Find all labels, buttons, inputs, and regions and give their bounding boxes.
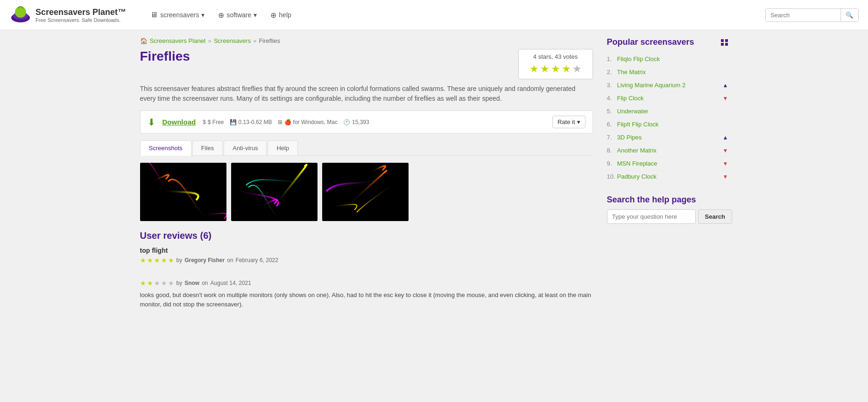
popular-link-5[interactable]: Underwater [617, 108, 728, 115]
popular-item-9: 9. MSN Fireplace ▼ [607, 157, 728, 170]
popular-link-4[interactable]: Flip Clock [617, 95, 720, 102]
tab-antivirus[interactable]: Anti-virus [224, 140, 267, 155]
popular-link-1[interactable]: Fliqlo Flip Clock [617, 55, 728, 62]
disk-icon: 💾 [230, 119, 237, 125]
trend-down-icon-10: ▼ [723, 173, 728, 180]
logo-title: Screensavers Planet™ [35, 7, 126, 17]
popular-num-6: 6. [607, 121, 617, 128]
header-search-input[interactable] [766, 9, 840, 21]
review-2-on: on [202, 280, 208, 286]
review-2-text: looks good, but doesn't work on multiple… [140, 291, 593, 309]
r1s3: ★ [154, 256, 160, 264]
popular-item-7: 7. 3D Pipes ▲ [607, 131, 728, 144]
download-arrow-icon: ⬇ [148, 117, 155, 128]
price-item: $ $ Free [203, 119, 224, 125]
review-1-meta: ★ ★ ★ ★ ★ by Gregory Fisher on February … [140, 256, 593, 264]
nav-software[interactable]: ⊕ software ▾ [212, 8, 262, 22]
popular-item-10: 10. Padbury Clock ▼ [607, 170, 728, 183]
grid-cell-2 [725, 39, 728, 42]
popular-item-3: 3. Living Marine Aquarium 2 ▲ [607, 79, 728, 92]
logo-subtitle: Free Screensavers. Safe Downloads. [35, 17, 126, 23]
tab-screenshots[interactable]: Screenshots [140, 140, 191, 156]
screenshot-2[interactable] [231, 163, 318, 221]
r1s2: ★ [147, 256, 153, 264]
review-2-by: by [176, 280, 183, 286]
rate-chevron-icon: ▾ [577, 118, 580, 125]
sidebar-popular-title: Popular screensavers [607, 37, 728, 47]
breadcrumb-screensavers[interactable]: Screensavers [214, 37, 251, 44]
help-search-input[interactable] [607, 209, 696, 224]
popular-item-6: 6. FlipIt Flip Clock [607, 118, 728, 131]
popular-num-3: 3. [607, 82, 617, 89]
tab-files[interactable]: Files [192, 140, 223, 155]
breadcrumb: 🏠 Screensavers Planet » Screensavers » F… [140, 37, 593, 44]
review-2-author: Snow [184, 280, 199, 286]
tab-help[interactable]: Help [268, 140, 298, 155]
header: Screensavers Planet™ Free Screensavers. … [0, 0, 868, 30]
popular-link-7[interactable]: 3D Pipes [617, 134, 720, 141]
review-2-meta: ★ ★ ★ ★ ★ by Snow on August 14, 2021 [140, 279, 593, 287]
help-search-button[interactable]: Search [698, 209, 732, 224]
trend-down-icon-8: ▼ [723, 147, 728, 154]
popular-item-2: 2. The Matrix [607, 66, 728, 79]
breadcrumb-sep2: » [253, 37, 256, 44]
chevron-down-icon2: ▾ [254, 11, 257, 19]
monitor-icon: 🖥 [150, 11, 158, 19]
popular-link-8[interactable]: Another Matrix [617, 147, 720, 154]
trend-down-icon-4: ▼ [723, 95, 728, 102]
header-search-button[interactable]: 🔍 [840, 9, 858, 21]
reviews-title: User reviews (6) [140, 230, 593, 241]
review-1-title: top flight [140, 247, 593, 254]
popular-section: Popular screensavers 1. Fliqlo Flip Cloc… [607, 37, 728, 183]
trend-up-icon-7: ▲ [723, 134, 728, 141]
popular-link-2[interactable]: The Matrix [617, 69, 728, 76]
logo[interactable]: Screensavers Planet™ Free Screensavers. … [9, 4, 126, 26]
r1s5: ★ [168, 256, 174, 264]
screenshot-3[interactable] [322, 163, 409, 221]
grid-cell-4 [725, 43, 728, 46]
help-search-section: Search the help pages Search [607, 195, 728, 224]
main-nav: 🖥 screensavers ▾ ⊕ software ▾ ⊕ help [145, 8, 756, 22]
rate-button[interactable]: Rate it ▾ [552, 116, 586, 128]
screenshot-1[interactable] [140, 163, 226, 221]
nav-screensavers[interactable]: 🖥 screensavers ▾ [145, 8, 210, 22]
popular-num-10: 10. [607, 173, 617, 180]
review-1-on: on [227, 257, 233, 263]
popular-num-2: 2. [607, 69, 617, 76]
apple-icon: 🍎 [284, 119, 291, 125]
meta-items: $ $ Free 💾 0.13-0.62 MB ⊞ 🍎 for Windows,… [203, 119, 545, 125]
review-1-by: by [176, 257, 183, 263]
screenshots-grid [140, 163, 593, 221]
clock-icon: 🕐 [343, 119, 350, 125]
popular-link-3[interactable]: Living Marine Aquarium 2 [617, 82, 720, 89]
size-label: 0.13-0.62 MB [239, 119, 272, 125]
popular-link-9[interactable]: MSN Fireplace [617, 160, 720, 167]
popular-item-1: 1. Fliqlo Flip Clock [607, 53, 728, 66]
tabs: Screenshots Files Anti-virus Help [140, 140, 593, 156]
r1s4: ★ [161, 256, 167, 264]
nav-help[interactable]: ⊕ help [265, 8, 296, 22]
chevron-down-icon: ▾ [201, 11, 205, 19]
sidebar: Popular screensavers 1. Fliqlo Flip Cloc… [607, 37, 728, 320]
popular-num-1: 1. [607, 55, 617, 62]
popular-link-10[interactable]: Padbury Clock [617, 173, 720, 180]
star-5: ★ [572, 63, 582, 75]
logo-text: Screensavers Planet™ Free Screensavers. … [35, 7, 126, 23]
popular-num-8: 8. [607, 147, 617, 154]
nav-help-label: help [279, 11, 291, 19]
header-search: 🔍 [765, 8, 859, 22]
nav-software-label: software [226, 11, 251, 19]
r2s4: ★ [161, 279, 167, 287]
popular-link-6[interactable]: FlipIt Flip Clock [617, 121, 728, 128]
star-3: ★ [551, 63, 560, 75]
stars-row: ★ ★ ★ ★ ★ [526, 63, 586, 75]
r2s1: ★ [140, 279, 146, 287]
price-label: $ Free [208, 119, 224, 125]
breadcrumb-home[interactable]: Screensavers Planet [150, 37, 206, 44]
downloads-item: 🕐 15,393 [343, 119, 369, 125]
download-link[interactable]: Download [162, 118, 196, 126]
r2s2: ★ [147, 279, 153, 287]
star-4: ★ [562, 63, 571, 75]
svg-point-3 [15, 7, 26, 18]
review-1-author: Gregory Fisher [184, 257, 225, 263]
